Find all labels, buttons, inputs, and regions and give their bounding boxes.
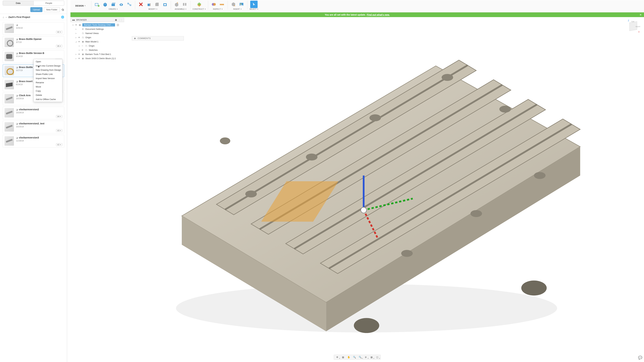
group-label-inspect[interactable]: INSPECT▼ (213, 8, 223, 10)
close-icon[interactable]: ✕ (640, 13, 642, 16)
version-badge[interactable]: V4▼ (56, 115, 62, 118)
group-label-select[interactable]: SELECT▼ (250, 8, 258, 10)
grid-button[interactable]: ▦▾ (369, 355, 374, 359)
insert-derive-button[interactable] (230, 1, 237, 8)
chevron-down-icon: ▼ (60, 45, 61, 47)
context-item[interactable]: Delete (34, 93, 62, 97)
extrude-button[interactable] (110, 1, 117, 8)
context-item[interactable]: Import New Version (34, 76, 62, 80)
group-label-construct[interactable]: CONSTRUCT▼ (192, 8, 206, 10)
folder-icon: 🗀 (82, 32, 84, 35)
component-button[interactable] (173, 1, 180, 8)
divider (208, 1, 208, 9)
globe-icon[interactable]: 🌐 (61, 15, 64, 18)
workspace-dropdown[interactable]: DESIGN▼ (70, 1, 90, 11)
version-badge[interactable]: V2▼ (56, 31, 62, 33)
interfere-button[interactable] (210, 1, 218, 8)
shell-button[interactable] (161, 1, 169, 8)
gear-icon[interactable] (61, 8, 64, 11)
context-item[interactable]: Open (34, 59, 62, 64)
presspull-button[interactable] (145, 1, 152, 8)
cursor-icon: ➤ (38, 65, 40, 68)
svg-point-38 (361, 207, 366, 213)
chevron-down-icon: ▼ (60, 116, 61, 117)
chevron-down-icon: ▼ (84, 5, 86, 6)
upload-button[interactable]: Upload (30, 7, 42, 12)
measure-button[interactable] (218, 1, 226, 8)
viewport[interactable]: ◀◀ BROWSER ⋮⋮ ▢ 👁 ▦ Bantam Tools Desktop… (70, 17, 644, 362)
file-card[interactable]: ◪Brass Bottle Opener3/7/19V5▼ (3, 36, 64, 49)
svg-rect-8 (164, 4, 166, 5)
plane-button[interactable] (196, 1, 203, 8)
svg-point-27 (370, 114, 381, 121)
delete-button[interactable] (137, 1, 144, 8)
ribbon-tabs: SOLID (70, 0, 644, 0)
component-icon: ▣ (82, 53, 84, 56)
fillet-button[interactable] (153, 1, 161, 8)
group-insert: INSERT▼ (228, 1, 246, 10)
file-thumbnail (4, 122, 14, 132)
svg-point-39 (521, 281, 546, 296)
select-button[interactable] (250, 1, 258, 8)
file-thumbnail (4, 80, 14, 89)
new-folder-button[interactable]: New Folder (44, 7, 60, 12)
twisty-icon[interactable]: ▢ (72, 24, 74, 26)
version-badge[interactable]: V3▼ (56, 129, 62, 132)
decal-button[interactable] (238, 1, 245, 8)
grip-icon[interactable]: ⋮⋮ (118, 19, 122, 21)
viewports-button[interactable]: ◫▾ (375, 355, 380, 359)
group-label-create[interactable]: CREATE▼ (109, 8, 118, 10)
tab-people[interactable]: People (33, 1, 64, 5)
context-item[interactable]: New Drawing from Design (34, 68, 62, 72)
file-date: 10/25/18 (16, 125, 62, 128)
browser-header[interactable]: ◀◀ BROWSER ⋮⋮ (70, 18, 124, 22)
pan-button[interactable]: ✋ (346, 355, 351, 359)
folder-icon: 🗀 (85, 49, 88, 51)
panel-header: ⌂ ▸ Zach's First Project 🌐 (0, 14, 67, 20)
context-item[interactable]: Add to Offline Cache (34, 97, 62, 101)
eye-icon[interactable]: 👁 (75, 24, 77, 26)
context-item[interactable]: Share Public Link (34, 72, 62, 76)
version-badge[interactable]: V5▼ (56, 45, 62, 47)
pin-icon[interactable] (115, 19, 117, 21)
file-thumbnail (4, 24, 14, 33)
joint-button[interactable] (181, 1, 188, 8)
chat-icon[interactable]: 💬 (638, 356, 642, 360)
sweep-button[interactable] (126, 1, 133, 8)
cube-icon: ◪ (16, 38, 18, 40)
file-card[interactable]: ◪clockarmversion311/16/18V2▼ (3, 135, 64, 147)
lookat-button[interactable]: ▦ (340, 355, 345, 359)
file-card[interactable]: ◪3/25/19V2▼ (3, 22, 64, 35)
project-title[interactable]: Zach's First Project (8, 16, 59, 18)
revolve-button[interactable] (118, 1, 125, 8)
file-card[interactable]: ◪clockarmversion2_test10/25/18V3▼ (3, 121, 64, 133)
collapse-icon[interactable]: ◀◀ (72, 19, 75, 21)
axis-x-label: X (638, 31, 640, 33)
zoom-button[interactable]: 🔍 (352, 355, 357, 359)
home-icon[interactable]: ⌂ (3, 16, 4, 18)
context-item[interactable]: Rename (34, 80, 62, 85)
version-badge[interactable]: V2▼ (56, 143, 62, 146)
zoom-window-button[interactable]: 🔍▾ (358, 355, 362, 359)
tab-data[interactable]: Data (3, 1, 33, 5)
orbit-button[interactable]: ✥▾ (335, 355, 340, 359)
file-card[interactable]: ◪clockarmversion210/28/19V4▼ (3, 107, 64, 119)
context-item[interactable]: Copy (34, 89, 62, 93)
axis-z-label: Z (628, 19, 629, 22)
banner-link[interactable]: Find out what's new. (367, 13, 390, 16)
group-label-modify[interactable]: MODIFY▼ (148, 8, 158, 10)
group-label-assemble[interactable]: ASSEMBLE▼ (175, 8, 186, 10)
file-thumbnail (4, 52, 14, 61)
svg-point-19 (240, 3, 241, 4)
nav-toolbar: ✥▾ ▦ ✋ 🔍 🔍▾ 🖥▾ ▦▾ ◫▾ (334, 355, 381, 360)
box-button[interactable] (102, 1, 109, 8)
context-item[interactable]: Move (34, 85, 62, 89)
file-name: Brass Bottle Opener (19, 38, 42, 40)
display-button[interactable]: 🖥▾ (364, 355, 368, 359)
group-label-insert[interactable]: INSERT▼ (233, 8, 242, 10)
sketch-button[interactable]: + (94, 1, 101, 8)
cube-icon: ◪ (16, 66, 18, 68)
svg-point-32 (401, 250, 413, 257)
file-name: clockarmversion2 (19, 108, 39, 111)
panel-toolbar: Upload New Folder (0, 5, 67, 14)
